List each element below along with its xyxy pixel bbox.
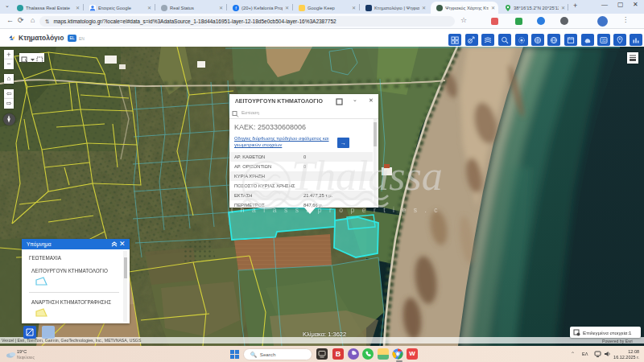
svg-text:Thalassa: Thalassa — [291, 153, 443, 199]
svg-text:thalassaproperties.c: thalassaproperties.c — [231, 206, 445, 214]
svg-text:3D: 3D — [601, 39, 607, 43]
